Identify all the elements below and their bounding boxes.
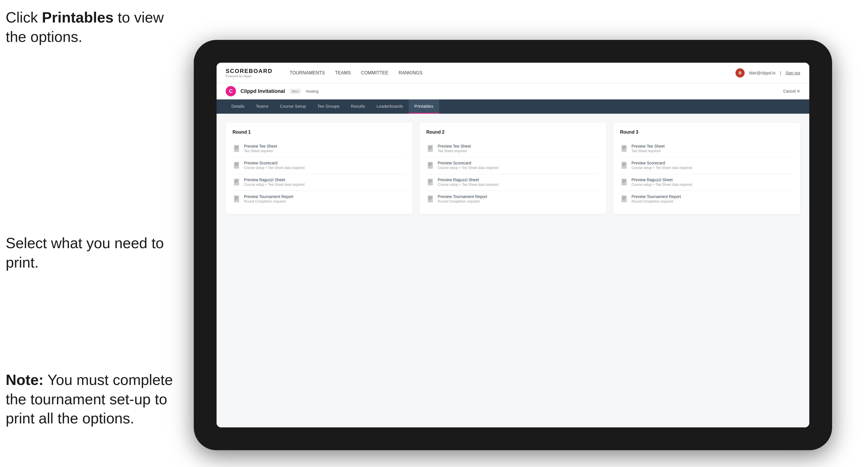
svg-rect-35 [429,199,431,199]
tab-tee-groups[interactable]: Tee Groups [312,99,345,114]
round3-tee-sheet[interactable]: Preview Tee Sheet Tee Sheet required [620,141,793,157]
tab-teams[interactable]: Teams [250,99,274,114]
round-3-column: Round 3 Preview Tee Sheet Tee Sheet requ… [613,123,800,214]
annotation-top: Click Printables to view the options. [6,8,171,46]
cancel-button[interactable]: Cancel ✕ [783,89,800,93]
logo-scoreboard: SCOREBOARD [226,68,272,74]
round1-tournament-report-sublabel: Round Completion required [244,199,293,204]
svg-rect-5 [235,146,238,147]
svg-rect-11 [235,165,237,166]
svg-rect-13 [235,180,238,180]
raguzzi-icon [232,178,241,187]
tournament-report-icon-r2 [426,195,434,204]
svg-rect-41 [622,163,626,163]
round2-raguzzi-sublabel: Course setup + Tee Sheet data required [438,183,498,187]
svg-rect-31 [429,182,431,183]
svg-rect-49 [622,196,626,197]
round2-raguzzi[interactable]: Preview Raguzzi Sheet Course setup + Tee… [426,174,599,191]
round3-tournament-report[interactable]: Preview Tournament Report Round Completi… [620,191,793,208]
tab-course-setup[interactable]: Course Setup [274,99,312,114]
tournament-name: Clippd Invitational [241,88,285,94]
round2-tee-sheet-sublabel: Tee Sheet required [438,149,471,153]
round1-raguzzi[interactable]: Preview Raguzzi Sheet Course setup + Tee… [232,174,406,191]
round-2-title: Round 2 [426,130,599,135]
nav-teams[interactable]: TEAMS [335,69,351,76]
svg-rect-29 [429,180,432,180]
round1-scorecard[interactable]: Preview Scorecard Course setup + Tee She… [232,157,406,174]
round3-raguzzi-sublabel: Course setup + Tee Sheet data required [631,183,692,187]
annotation-note-bold: Note: [6,372,43,388]
tab-leaderboards[interactable]: Leaderboards [371,99,409,114]
round3-tee-sheet-sublabel: Tee Sheet required [631,149,664,153]
rounds-grid: Round 1 Preview Tee Sheet Tee Sheet requ… [226,123,800,214]
top-nav-right: B blair@clippd.io | Sign out [736,68,800,77]
round2-raguzzi-label: Preview Raguzzi Sheet [438,178,498,182]
round1-raguzzi-label: Preview Raguzzi Sheet [244,178,305,182]
scorecard-icon-r3 [620,161,628,170]
svg-rect-45 [622,180,626,180]
svg-rect-9 [235,163,238,163]
svg-rect-7 [235,149,237,149]
svg-rect-17 [235,196,238,197]
round2-tournament-report[interactable]: Preview Tournament Report Round Completi… [426,191,599,208]
user-avatar: B [736,68,745,77]
tournament-status: Hosting [306,89,318,93]
round1-tournament-report-label: Preview Tournament Report [244,194,293,199]
svg-rect-51 [622,199,625,199]
nav-tournaments[interactable]: TOURNAMENTS [289,69,324,76]
round2-scorecard-sublabel: Course setup + Tee Sheet data required [438,166,498,170]
nav-committee[interactable]: COMMITTEE [361,69,389,76]
svg-rect-39 [622,149,625,149]
raguzzi-icon-r2 [426,178,434,187]
main-content: Round 1 Preview Tee Sheet Tee Sheet requ… [217,114,809,427]
round-3-title: Round 3 [620,130,793,135]
top-nav: SCOREBOARD Powered by clippd TOURNAMENTS… [217,63,809,83]
round-2-column: Round 2 Preview Tee Sheet Tee Sheet requ… [420,123,607,214]
tab-details[interactable]: Details [226,99,250,114]
svg-rect-47 [622,182,625,183]
user-email: blair@clippd.io [749,71,775,75]
round2-tee-sheet[interactable]: Preview Tee Sheet Tee Sheet required [426,141,599,157]
tablet-screen: SCOREBOARD Powered by clippd TOURNAMENTS… [217,63,809,427]
round3-raguzzi[interactable]: Preview Raguzzi Sheet Course setup + Tee… [620,174,793,191]
round2-tournament-report-label: Preview Tournament Report [438,194,487,199]
round2-tournament-report-sublabel: Round Completion required [438,199,487,204]
tab-printables[interactable]: Printables [409,99,439,114]
nav-rankings[interactable]: RANKINGS [399,69,423,76]
svg-rect-23 [429,149,431,149]
svg-rect-6 [235,147,238,148]
svg-rect-38 [622,147,626,148]
svg-rect-37 [622,146,626,147]
round3-scorecard[interactable]: Preview Scorecard Course setup + Tee She… [620,157,793,174]
round1-scorecard-label: Preview Scorecard [244,161,305,165]
scorecard-icon [232,161,241,170]
tournament-logo: C [226,86,236,96]
annotation-bottom: Note: You must complete the tournament s… [6,370,182,428]
tee-sheet-icon-r2 [426,145,434,154]
round1-scorecard-sublabel: Course setup + Tee Sheet data required [244,166,305,170]
tab-results[interactable]: Results [345,99,371,114]
round1-tournament-report[interactable]: Preview Tournament Report Round Completi… [232,191,406,208]
svg-rect-18 [235,198,238,198]
svg-rect-26 [429,164,432,165]
svg-rect-25 [429,163,432,163]
svg-rect-14 [235,181,238,182]
annotation-middle: Select what you need to print. [6,234,165,272]
tee-sheet-icon [232,145,241,154]
round1-tee-sheet-sublabel: Tee Sheet required [244,149,277,153]
tournament-header: C Clippd Invitational Men Hosting Cancel… [217,83,809,99]
logo-sub: Powered by clippd [226,74,272,78]
tournament-report-icon [232,195,241,204]
round2-scorecard[interactable]: Preview Scorecard Course setup + Tee She… [426,157,599,174]
tournament-report-icon-r3 [620,195,628,204]
annotation-bold-printables: Printables [42,9,114,26]
svg-rect-19 [235,199,237,199]
sign-out-link[interactable]: Sign out [786,71,800,75]
round3-tournament-report-label: Preview Tournament Report [631,194,681,199]
round1-tee-sheet[interactable]: Preview Tee Sheet Tee Sheet required [232,141,406,157]
svg-rect-42 [622,164,626,165]
tee-sheet-icon-r3 [620,145,628,154]
sub-nav: Details Teams Course Setup Tee Groups Re… [217,99,809,114]
round-1-title: Round 1 [232,130,406,135]
round3-scorecard-sublabel: Course setup + Tee Sheet data required [631,166,692,170]
